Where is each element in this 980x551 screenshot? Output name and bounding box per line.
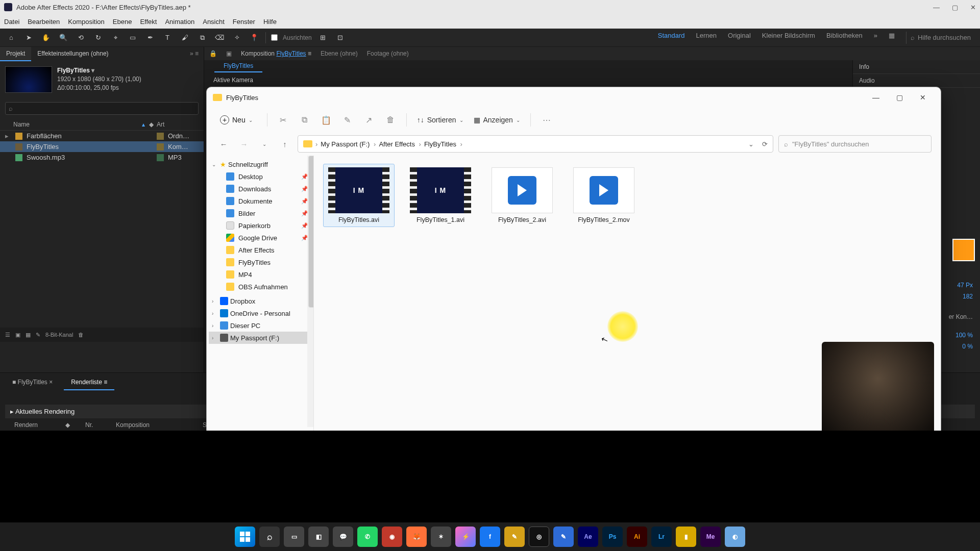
nav-dropbox[interactable]: ›Dropbox [209,295,311,307]
stamp-tool-icon[interactable]: ⧉ [196,32,208,44]
taskbar-obs-icon[interactable]: ◎ [529,527,549,547]
close-button[interactable]: ✕ [970,4,976,11]
nav-papierkorb[interactable]: Papierkorb📌 [209,219,311,232]
taskbar-app-icon[interactable]: ✎ [553,527,574,547]
nav-dieser-pc[interactable]: ›Dieser PC [209,319,311,332]
nav-obs-aufnahmen[interactable]: OBS Aufnahmen [209,281,311,293]
label-swatch[interactable] [157,154,164,161]
nav-dokumente[interactable]: Dokumente📌 [209,195,311,207]
hand-tool-icon[interactable]: ✋ [40,32,52,44]
bitdepth-label[interactable]: 8-Bit-Kanal [45,332,73,338]
panel-audio[interactable]: Audio [853,74,980,88]
nav-downloads[interactable]: Downloads📌 [209,183,311,195]
tab-projekt[interactable]: Projekt [0,47,31,61]
comp-name[interactable]: FlyByTitles [57,66,141,75]
col-name[interactable]: Name [13,121,142,128]
new-folder-icon[interactable]: ▣ [15,332,20,338]
taskbar-app-icon[interactable]: ✶ [431,527,451,547]
interpret-icon[interactable]: ☰ [5,332,10,338]
nav-bilder[interactable]: Bilder📌 [209,207,311,219]
nav-google-drive[interactable]: Google Drive📌 [209,232,311,244]
sort-icon[interactable]: ▴ [142,121,145,128]
breadcrumb-seg[interactable]: My Passport (F:) [321,140,376,148]
new-comp-icon[interactable]: ▦ [26,332,31,338]
view-button[interactable]: ▦ Anzeigen ⌄ [474,116,520,124]
menu-effekt[interactable]: Effekt [140,18,157,26]
search-box[interactable]: ⌕ "FlyByTitles" durchsuchen [778,135,932,153]
refresh-icon[interactable]: ⟳ [762,140,768,148]
project-search[interactable]: ⌕ [5,102,199,115]
nav-my-passport[interactable]: ›My Passport (F:) [209,332,311,344]
recent-button[interactable]: ⌄ [257,136,272,152]
menu-datei[interactable]: Datei [4,18,19,26]
eraser-tool-icon[interactable]: ⌫ [213,32,226,44]
nav-after-effects[interactable]: After Effects [209,244,311,256]
minimize-button[interactable]: — [864,87,888,108]
menu-ebene[interactable]: Ebene [113,18,132,26]
taskbar-photoshop-icon[interactable]: Ps [602,527,623,547]
file-flybytitles-2-avi[interactable]: FlyByTitles_2.avi [486,164,558,227]
breadcrumb-seg[interactable]: FlyByTitles [424,140,462,148]
rename-icon[interactable]: ✎ [342,114,353,126]
panel-info[interactable]: Info [853,60,980,74]
nav-desktop[interactable]: Desktop📌 [209,170,311,183]
label-swatch[interactable] [157,143,164,151]
adjust-icon[interactable]: ✎ [36,332,40,338]
minimize-button[interactable]: — [933,4,940,11]
file-flybytitles-2-mov[interactable]: FlyByTitles_2.mov [568,164,640,227]
tab-comp-bottom[interactable]: ■ FlyByTitles × [5,376,60,390]
nav-mp4[interactable]: MP4 [209,268,311,281]
taskbar-messenger-icon[interactable]: ⚡ [455,527,476,547]
comp-link[interactable]: FlyByTitles [276,50,306,57]
brush-tool-icon[interactable]: 🖌 [179,32,191,44]
rotate-tool-icon[interactable]: ↻ [92,32,104,44]
pen-tool-icon[interactable]: ✒ [144,32,156,44]
paste-icon[interactable]: 📋 [321,114,332,126]
ausrichten-checkbox[interactable] [271,34,278,41]
taskbar-widgets-icon[interactable]: ◧ [308,527,329,547]
navigation-pane[interactable]: ⌄ ★ Schnellzugriff Desktop📌 Downloads📌 D… [207,156,314,450]
up-button[interactable]: ↑ [277,136,292,152]
breadcrumb-seg[interactable]: After Effects [379,140,421,148]
file-flybytitles-avi[interactable]: I M FlyByTitles.avi [323,164,395,227]
taskbar-firefox-icon[interactable]: 🦊 [406,527,427,547]
taskbar-app-icon[interactable]: ◉ [382,527,402,547]
zoom-tool-icon[interactable]: 🔍 [57,32,69,44]
delete-icon[interactable]: 🗑 [385,114,396,126]
explorer-title-bar[interactable]: FlyByTitles — ▢ ✕ [207,87,941,108]
taskbar-facebook-icon[interactable]: f [480,527,500,547]
tab-ebene[interactable]: Ebene (ohne) [321,50,358,57]
taskbar-app-icon[interactable]: ◐ [725,527,745,547]
new-button[interactable]: + Neu ⌄ [216,113,257,127]
share-icon[interactable]: ↗ [363,114,375,126]
col-art[interactable]: Art [157,121,192,128]
workspace-grid-icon[interactable]: ▦ [889,32,895,44]
maximize-button[interactable]: ▢ [952,4,958,11]
maximize-button[interactable]: ▢ [888,87,911,108]
taskbar-media-encoder-icon[interactable]: Me [700,527,721,547]
snapping-icon[interactable]: ⊞ [317,32,329,44]
nav-flybytitles[interactable]: FlyByTitles [209,256,311,268]
more-icon[interactable]: ⋯ [541,114,552,126]
project-item-farbflaechen[interactable]: ▸ Farbflächen Ordn… [0,131,204,141]
menu-hilfe[interactable]: Hilfe [263,18,277,26]
taskbar-illustrator-icon[interactable]: Ai [627,527,647,547]
workspace-original[interactable]: Original [728,32,751,44]
taskbar[interactable]: ⌕ ▭ ◧ 💬 ✆ ◉ 🦊 ✶ ⚡ f 🗂 ✎ ◎ ✎ Ae Ps Ai Lr … [0,522,980,551]
taskbar-lightroom-icon[interactable]: Lr [651,527,672,547]
address-bar[interactable]: › My Passport (F:) After Effects FlyByTi… [298,135,773,153]
tab-renderliste[interactable]: Renderliste ≡ [64,376,114,390]
comp-mini-flow[interactable]: FlyByTitles [214,60,262,72]
nav-scrollbar[interactable] [307,156,313,427]
sort-button[interactable]: ↑↓ Sortieren ⌄ [417,116,463,124]
project-item-swoosh[interactable]: Swoosh.mp3 MP3 [0,152,204,163]
address-dropdown-icon[interactable]: ⌄ [748,140,754,148]
label-col-icon[interactable]: ◆ [149,121,154,128]
back-button[interactable]: ← [216,136,231,152]
help-search[interactable]: ⌕ Hilfe durchsuchen [906,32,975,44]
workspace-standard[interactable]: Standard [658,32,685,44]
menu-ansicht[interactable]: Ansicht [203,18,225,26]
workspace-lernen[interactable]: Lernen [696,32,717,44]
menu-animation[interactable]: Animation [165,18,194,26]
lock-icon[interactable]: 🔒 [209,50,217,57]
